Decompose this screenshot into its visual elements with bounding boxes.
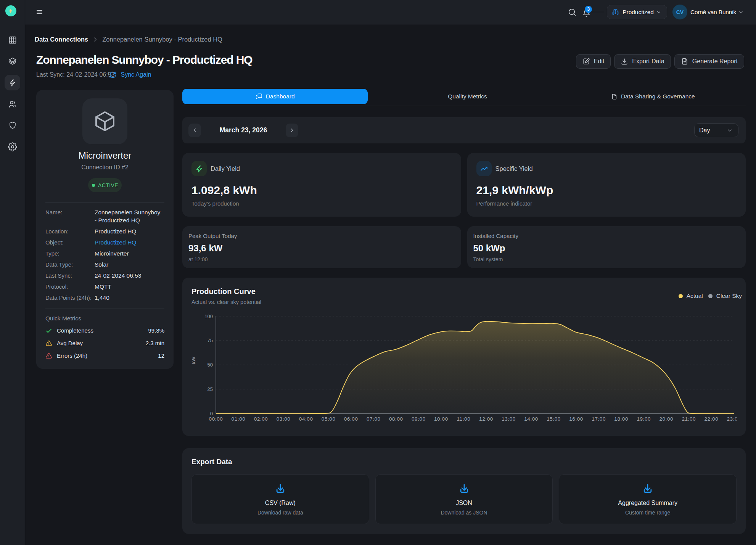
svg-text:07:00: 07:00: [367, 416, 381, 422]
svg-text:13:00: 13:00: [502, 416, 516, 422]
svg-text:25: 25: [207, 386, 213, 392]
svg-text:21:00: 21:00: [682, 416, 696, 422]
svg-text:100: 100: [204, 313, 213, 319]
svg-text:14:00: 14:00: [524, 416, 538, 422]
svg-text:20:00: 20:00: [659, 416, 673, 422]
svg-text:50: 50: [207, 362, 213, 368]
svg-text:kW: kW: [191, 357, 196, 364]
svg-text:11:00: 11:00: [457, 416, 471, 422]
svg-text:05:00: 05:00: [322, 416, 336, 422]
svg-text:23:00: 23:00: [727, 416, 737, 422]
svg-text:04:00: 04:00: [299, 416, 313, 422]
svg-text:19:00: 19:00: [637, 416, 651, 422]
svg-text:0: 0: [210, 411, 213, 416]
svg-text:09:00: 09:00: [412, 416, 426, 422]
svg-text:22:00: 22:00: [705, 416, 719, 422]
svg-text:75: 75: [207, 338, 213, 343]
svg-text:18:00: 18:00: [614, 416, 628, 422]
svg-text:02:00: 02:00: [254, 416, 268, 422]
svg-text:16:00: 16:00: [569, 416, 583, 422]
svg-text:01:00: 01:00: [232, 416, 246, 422]
svg-text:12:00: 12:00: [479, 416, 493, 422]
svg-text:06:00: 06:00: [344, 416, 358, 422]
svg-text:15:00: 15:00: [547, 416, 561, 422]
svg-text:10:00: 10:00: [434, 416, 448, 422]
svg-text:08:00: 08:00: [389, 416, 403, 422]
svg-text:00:00: 00:00: [209, 416, 223, 422]
svg-text:17:00: 17:00: [592, 416, 606, 422]
svg-text:03:00: 03:00: [277, 416, 291, 422]
